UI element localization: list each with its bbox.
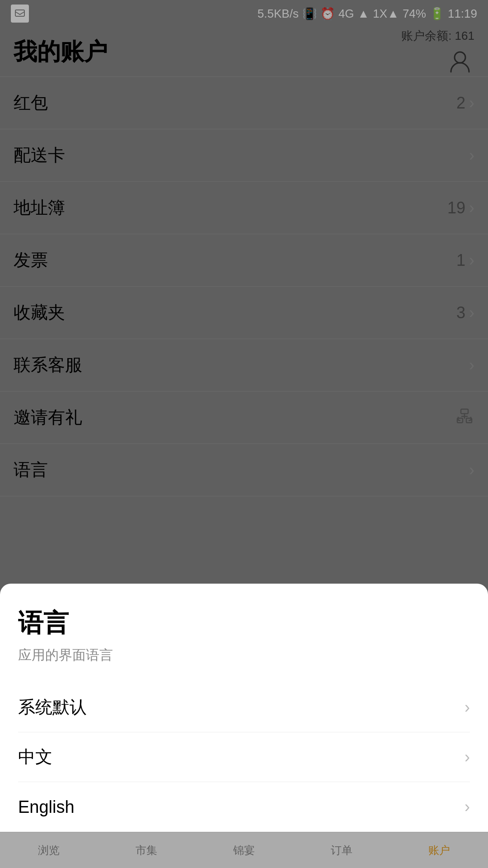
modal-subtitle: 应用的界面语言: [18, 646, 470, 665]
chevron-chinese: ›: [465, 748, 470, 767]
modal-item-system-default[interactable]: 系统默认 ›: [18, 683, 470, 732]
modal-item-english[interactable]: English ›: [18, 782, 470, 832]
chevron-english: ›: [465, 797, 470, 816]
language-modal: 语言 应用的界面语言 系统默认 › 中文 › English ›: [0, 584, 488, 832]
modal-label-chinese: 中文: [18, 745, 52, 769]
modal-label-english: English: [18, 797, 75, 817]
modal-title: 语言: [18, 606, 470, 641]
chevron-system-default: ›: [465, 698, 470, 717]
modal-label-system-default: 系统默认: [18, 696, 87, 719]
modal-item-chinese[interactable]: 中文 ›: [18, 732, 470, 782]
modal-overlay[interactable]: 语言 应用的界面语言 系统默认 › 中文 › English ›: [0, 0, 488, 868]
